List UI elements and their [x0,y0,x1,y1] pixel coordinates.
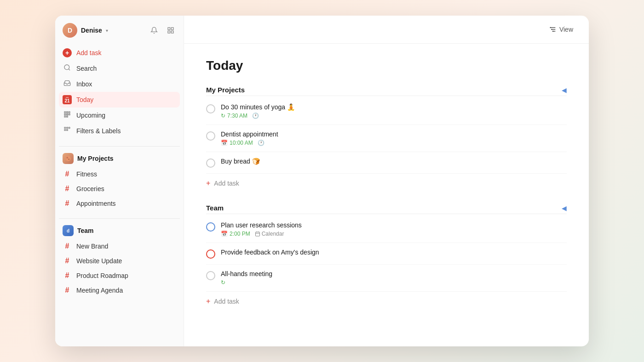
today-label: Today [76,96,93,103]
svg-rect-14 [64,127,66,129]
task-checkbox[interactable] [206,131,215,141]
task-checkbox[interactable] [206,271,215,280]
sidebar-item-search[interactable]: Search [59,61,180,76]
app-window: D Denise ▾ [55,16,589,346]
task-content: Buy bread 🍞 [221,158,567,167]
sidebar-item-new-brand[interactable]: # New Brand [59,239,180,254]
appointments-label: Appointments [76,200,116,207]
calendar-small-icon [255,231,260,237]
svg-rect-9 [64,114,66,115]
sidebar-item-inbox[interactable]: Inbox [59,76,180,92]
product-roadmap-label: Product Roadmap [76,272,128,279]
notifications-button[interactable] [149,25,160,36]
task-item: Buy bread 🍞 [206,152,567,174]
svg-rect-8 [69,112,70,113]
add-task-plus-icon: + [206,179,210,187]
hash-icon: # [63,185,72,193]
svg-rect-15 [67,127,68,129]
sidebar-header-icons [149,25,176,36]
inbox-icon [63,79,72,89]
my-projects-section: My Projects # Fitness # Groceries # Appo… [55,150,184,211]
task-checkbox[interactable] [206,104,215,113]
sidebar-item-groceries[interactable]: # Groceries [59,181,180,196]
svg-rect-16 [69,127,70,129]
alarm-icon: 🕐 [258,140,264,146]
team-task-section: Team ◀ Plan user research sessions 📅 2:0… [206,204,567,311]
my-projects-task-section: My Projects ◀ Do 30 minutes of yoga 🧘 ↻ … [206,86,567,193]
upcoming-icon [63,111,72,120]
view-button[interactable]: View [545,23,578,36]
task-time-value: 10:00 AM [230,140,253,146]
team-header[interactable]: d Team [59,222,180,239]
team-section-header: Team ◀ [206,204,567,212]
svg-point-19 [65,156,71,161]
search-icon [63,64,72,73]
sidebar-item-fitness[interactable]: # Fitness [59,167,180,181]
my-projects-avatar [63,153,74,164]
team-label: Team [77,227,94,234]
task-name: Do 30 minutes of yoga 🧘 [221,103,567,111]
view-label: View [559,26,573,33]
sidebar-item-filters[interactable]: Filters & Labels [59,123,180,139]
groceries-label: Groceries [76,185,104,192]
add-task-row[interactable]: + Add task [206,174,567,193]
task-content: Dentist appointment 📅 10:00 AM 🕐 [221,130,567,146]
add-task-plus-icon: + [206,297,210,305]
task-name: Provide feedback on Amy's design [221,249,567,256]
svg-rect-7 [67,112,68,113]
task-time: 📅 10:00 AM [221,140,253,146]
user-profile[interactable]: D Denise ▾ [63,23,108,38]
bell-icon [150,27,158,34]
svg-point-25 [550,27,551,28]
hash-icon: # [63,242,72,250]
calendar-icon: 📅 [221,231,228,237]
today-icon: ▪▪▪ 21 [63,95,72,104]
content-area: Today My Projects ◀ Do 30 minutes of yog… [184,44,589,346]
team-collapse-button[interactable]: ◀ [562,204,567,212]
my-projects-collapse-button[interactable]: ◀ [562,86,567,94]
task-name: Plan user research sessions [221,221,567,229]
task-content: Provide feedback on Amy's design [221,249,567,258]
task-item: Dentist appointment 📅 10:00 AM 🕐 [206,125,567,152]
task-meta: ↻ [221,279,567,286]
svg-rect-2 [168,31,170,33]
alarm-icon: 🕐 [252,113,259,119]
sidebar-item-appointments[interactable]: # Appointments [59,196,180,211]
task-item: Provide feedback on Amy's design [206,243,567,265]
task-meta: 📅 10:00 AM 🕐 [221,140,567,146]
sidebar-header: D Denise ▾ [55,23,184,45]
task-checkbox[interactable] [206,249,215,259]
my-projects-section-header: My Projects ◀ [206,86,567,94]
my-projects-header[interactable]: My Projects [59,150,180,167]
sidebar-item-website-update[interactable]: # Website Update [59,254,180,268]
fitness-label: Fitness [76,170,97,178]
sidebar-item-upcoming[interactable]: Upcoming [59,107,180,123]
sidebar-nav: + Add task Search [55,45,184,139]
sidebar-item-meeting-agenda[interactable]: # Meeting Agenda [59,283,180,298]
add-task-row-team[interactable]: + Add task [206,292,567,311]
calendar-icon: 📅 [221,140,228,146]
calendar-tag: Calendar [255,231,284,237]
svg-line-5 [69,69,70,70]
recurring-icon: ↻ [221,279,225,286]
sidebar-divider-2 [59,218,180,219]
svg-rect-6 [64,112,66,113]
hash-icon: # [63,170,72,178]
meeting-agenda-label: Meeting Agenda [76,287,123,294]
svg-point-26 [551,29,552,30]
task-checkbox[interactable] [206,158,215,168]
task-meta: 📅 2:00 PM Calendar [221,231,567,237]
sliders-icon [549,26,557,33]
svg-rect-3 [171,31,173,33]
task-checkbox[interactable] [206,222,215,232]
team-avatar: d [63,225,74,236]
layout-button[interactable] [165,25,176,36]
user-name: Denise [81,27,102,34]
svg-rect-28 [255,232,259,236]
sidebar-item-add-task[interactable]: + Add task [59,45,180,61]
sidebar-item-today[interactable]: ▪▪▪ 21 Today [59,92,180,107]
task-item: Do 30 minutes of yoga 🧘 ↻ 7:30 AM 🕐 [206,98,567,125]
hash-icon: # [63,257,72,265]
svg-rect-0 [168,28,170,30]
sidebar-item-product-roadmap[interactable]: # Product Roadmap [59,268,180,283]
